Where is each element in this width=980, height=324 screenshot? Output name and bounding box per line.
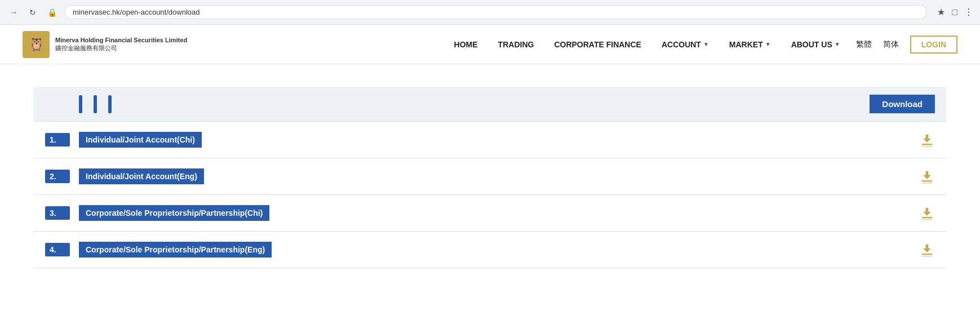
nav-item-about-us[interactable]: ABOUT US ▼ [781, 25, 850, 64]
row-label-4: Corporate/Sole Proprietorship/Partnershi… [79, 242, 272, 258]
download-button-4[interactable] [919, 242, 935, 258]
table-row: 1. Individual/Joint Account(Chi) [34, 122, 946, 158]
nav-item-corporate-finance[interactable]: CORPORATE FINANCE [544, 25, 651, 64]
row-num-3: 3. [45, 206, 70, 220]
browser-chrome: → ↻ 🔒 minervasec.hk/open-account/downloa… [0, 0, 980, 25]
row-label-2: Individual/Joint Account(Eng) [79, 168, 204, 184]
row-num-1: 1. [45, 133, 70, 147]
table-header-row: Download [34, 87, 946, 121]
table-body: 1. Individual/Joint Account(Chi) 2. Indi… [34, 121, 946, 268]
svg-rect-7 [922, 256, 933, 257]
logo-chinese-name: 鑛控金融服務有限公司 [55, 44, 187, 52]
download-button-1[interactable] [919, 132, 935, 148]
header-bar-1 [79, 95, 82, 113]
logo-company-name: Minerva Holding Financial Securities Lim… [55, 36, 187, 44]
reload-button[interactable]: ↻ [26, 6, 39, 19]
svg-rect-2 [922, 180, 933, 181]
row-label-3: Corporate/Sole Proprietorship/Partnershi… [79, 205, 269, 221]
row-num-4: 4. [45, 243, 70, 256]
table-row: 4. Corporate/Sole Proprietorship/Partner… [34, 232, 946, 268]
download-icon-3 [919, 205, 935, 221]
nav-item-account[interactable]: ACCOUNT ▼ [651, 25, 719, 64]
row-label-1: Individual/Joint Account(Chi) [79, 132, 202, 148]
svg-rect-5 [922, 219, 933, 220]
menu-icon[interactable]: ⋮ [964, 7, 973, 17]
url-bar[interactable]: minervasec.hk/open-account/download [64, 5, 927, 19]
table-row: 2. Individual/Joint Account(Eng) [34, 158, 946, 195]
nav-item-home[interactable]: HOME [444, 25, 488, 64]
lang-traditional[interactable]: 繁體 [850, 25, 877, 64]
site-header: 🦉 Minerva Holding Financial Securities L… [0, 25, 980, 64]
header-bar-3 [108, 95, 112, 113]
main-nav: HOME TRADING CORPORATE FINANCE ACCOUNT ▼… [444, 25, 850, 64]
account-chevron-icon: ▼ [703, 25, 709, 64]
market-chevron-icon: ▼ [765, 25, 771, 64]
nav-item-trading[interactable]: TRADING [488, 25, 544, 64]
lang-simplified[interactable]: 简体 [877, 25, 904, 64]
back-button[interactable]: → [7, 6, 20, 19]
download-icon-4 [919, 242, 935, 258]
col-name-bars [79, 95, 870, 113]
download-button-2[interactable] [919, 168, 935, 184]
main-content: Download 1. Individual/Joint Account(Chi… [0, 64, 980, 291]
download-icon-2 [919, 168, 935, 184]
login-button[interactable]: LOGIN [910, 35, 957, 54]
row-num-2: 2. [45, 170, 70, 183]
svg-rect-3 [922, 183, 933, 184]
download-button-3[interactable] [919, 205, 935, 221]
security-icon: 🔒 [45, 6, 59, 19]
header-bar-2 [94, 95, 97, 113]
svg-rect-1 [922, 146, 933, 147]
aboutus-chevron-icon: ▼ [835, 25, 840, 64]
url-text: minervasec.hk/open-account/download [73, 8, 919, 16]
svg-rect-0 [922, 144, 933, 145]
logo-text-block: Minerva Holding Financial Securities Lim… [55, 36, 187, 52]
table-row: 3. Corporate/Sole Proprietorship/Partner… [34, 195, 946, 232]
bookmark-icon[interactable]: ★ [937, 7, 945, 17]
download-icon-1 [919, 132, 935, 148]
nav-menu: HOME TRADING CORPORATE FINANCE ACCOUNT ▼… [444, 25, 850, 64]
svg-rect-6 [922, 254, 933, 255]
svg-rect-4 [922, 217, 933, 218]
download-header-button[interactable]: Download [870, 95, 935, 113]
logo-area: 🦉 Minerva Holding Financial Securities L… [23, 31, 187, 58]
extension-icon[interactable]: □ [952, 7, 957, 17]
logo-icon: 🦉 [23, 31, 50, 58]
nav-item-market[interactable]: MARKET ▼ [719, 25, 781, 64]
